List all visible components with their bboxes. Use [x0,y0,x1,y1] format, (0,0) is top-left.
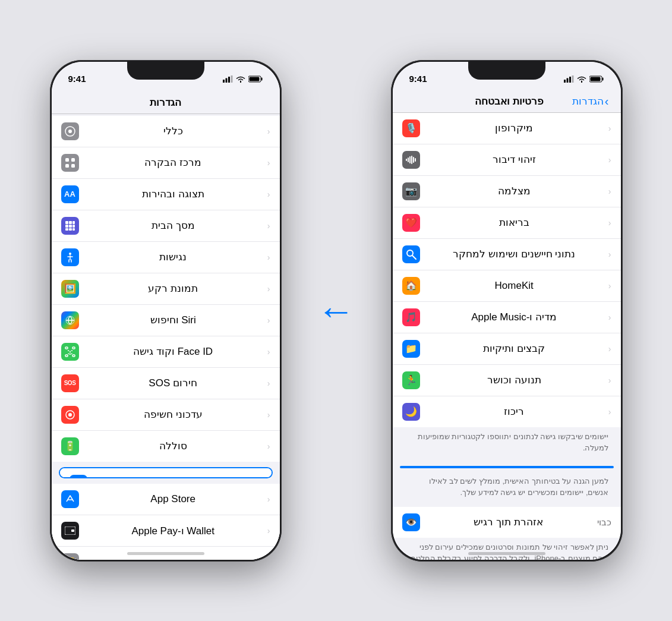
row-icon-siri [61,311,79,329]
svg-rect-34 [72,221,75,224]
list-item[interactable]: ‹ תמונת רקע 🖼️ [52,273,280,305]
back-label-left: הגדרות [572,95,604,108]
alert-label: אזהרת תוך רגיש [474,516,542,528]
list-item[interactable]: ‹ מצלמה 📷 [393,176,621,207]
list-item[interactable]: ‹ מדיה ו-Apple Music 🎵 [393,302,621,333]
svg-rect-46 [72,347,75,349]
svg-rect-39 [69,228,72,231]
svg-rect-37 [72,225,75,228]
passwords-label: סיסמאות [154,556,193,560]
signal-icon [223,75,233,83]
status-icons-right [223,75,263,83]
row-label: עדכוני חשיפה [144,408,203,421]
row-content-wallet: Wallet ו-Apple Pay [131,525,214,537]
list-item-privacy[interactable]: ‹ פרטיות ואבטחה [60,468,272,479]
list-item-appstore[interactable]: ‹ App Store [52,484,280,515]
highlighted-row-safety[interactable]: ‹ בדיקת בטיחות [400,466,614,468]
svg-rect-2 [569,77,571,83]
svg-rect-30 [65,164,69,168]
row-icon-sos: SOS [61,374,79,392]
row-icon-alert: 👁️ [402,513,420,531]
row-icon-display: AA [61,185,79,203]
list-item[interactable]: ‹ מרכז הבקרה [52,147,280,179]
chevron-icon: ‹ [608,218,611,228]
chevron-icon: ‹ [608,155,611,165]
wallet-label: Wallet ו-Apple Pay [131,525,214,537]
list-item[interactable]: ‹ בריאות ❤️ [393,207,621,239]
chevron-icon: ‹ [267,158,270,168]
svg-rect-28 [65,158,69,162]
row-label: מדיה ו-Apple Music [471,311,557,323]
svg-rect-36 [69,225,72,228]
row-label: קבצים ותיקיות [483,342,545,355]
svg-point-53 [68,413,72,417]
row-label: Face ID וקוד גישה [133,345,213,358]
list-item[interactable]: ‹ נתוני חיישנים ושימוש למחקר [393,239,621,270]
svg-rect-38 [65,228,68,231]
list-item-safety[interactable]: ‹ בדיקת בטיחות [401,467,613,468]
svg-point-50 [71,350,72,351]
list-item[interactable]: ‹ ריכוז 🌙 [393,396,621,427]
home-indicator-left [468,552,545,555]
wifi-icon [236,75,245,83]
list-item[interactable]: ‹ תצוגה ובהירות AA [52,179,280,210]
signal-icon [564,75,574,83]
list-item[interactable]: ‹ תנועה וכושר 🏃 [393,365,621,396]
row-label: סוללה [159,440,187,452]
row-icon-homekit: 🏠 [402,277,420,295]
chevron-icon: ‹ [267,253,270,262]
row-content: HomeKit [495,280,534,292]
list-item[interactable]: ‹ מסך הבית [52,210,280,242]
list-item[interactable]: ‹ סוללה 🔋 [52,431,280,462]
row-icon-focus: 🌙 [402,403,420,421]
list-item[interactable]: ‹ Face ID וקוד גישה [52,336,280,368]
home-indicator-right [127,552,204,555]
svg-rect-21 [228,77,230,83]
chevron-icon: ‹ [267,316,270,325]
chevron-icon: ‹ [267,127,270,136]
row-label: נתוני חיישנים ושימוש למחקר [453,248,575,260]
page-title-left: פרטיות ואבטחה [475,95,544,108]
svg-rect-19 [223,80,225,83]
row-label: מצלמה [498,185,531,197]
list-item-wallet[interactable]: ‹ Wallet ו-Apple Pay [52,515,280,547]
list-item[interactable]: ‹ קבצים ותיקיות 📁 [393,333,621,365]
svg-rect-47 [65,355,68,357]
svg-rect-40 [72,228,75,231]
chevron-icon: ‹ [608,124,611,133]
list-item[interactable]: ‹ HomeKit 🏠 [393,270,621,302]
row-icon-music: 🎵 [402,308,420,326]
highlighted-row-privacy[interactable]: ‹ פרטיות ואבטחה [59,467,273,479]
svg-rect-7 [406,159,407,161]
row-icon-control-center [61,154,79,172]
list-item[interactable]: ‹ Siri וחיפוש [52,305,280,336]
chevron-icon: ‹ [608,376,611,385]
svg-rect-22 [231,75,232,83]
row-label: כללי [163,125,183,137]
back-button-left[interactable]: › הגדרות [572,95,609,108]
chevron-icon: ‹ [267,221,270,231]
list-item[interactable]: ‹ מיקרופון 🎙️ [393,113,621,144]
status-icons-left [564,75,604,83]
appstore-label: App Store [150,493,195,505]
list-item[interactable]: ‹ חירום SOS SOS [52,368,280,399]
svg-rect-0 [564,80,566,83]
phone-left: 9:41 [391,60,623,562]
list-item[interactable]: ‹ כללי [52,116,280,147]
list-item[interactable]: ‹ עדכוני חשיפה [52,399,280,431]
row-label: HomeKit [495,280,534,292]
row-label: תנועה וכושר [487,374,541,386]
row-label: מסך הבית [152,219,195,232]
list-item[interactable]: ‹ זיהוי דיבור [393,144,621,176]
list-item-alert[interactable]: כבוי אזהרת תוך רגיש 👁️ [393,507,621,538]
wifi-icon [577,75,586,83]
row-icon-wallpaper: 🖼️ [61,280,79,298]
row-label: מיקרופון [495,122,533,134]
chevron-icon: ‹ [267,526,270,535]
notch-left [468,62,545,80]
svg-rect-25 [249,77,259,81]
row-content: חירום SOS [149,377,197,389]
row-content: קבצים ותיקיות [483,342,545,355]
list-item[interactable]: ‹ נגישות [52,242,280,273]
svg-rect-48 [72,355,75,357]
